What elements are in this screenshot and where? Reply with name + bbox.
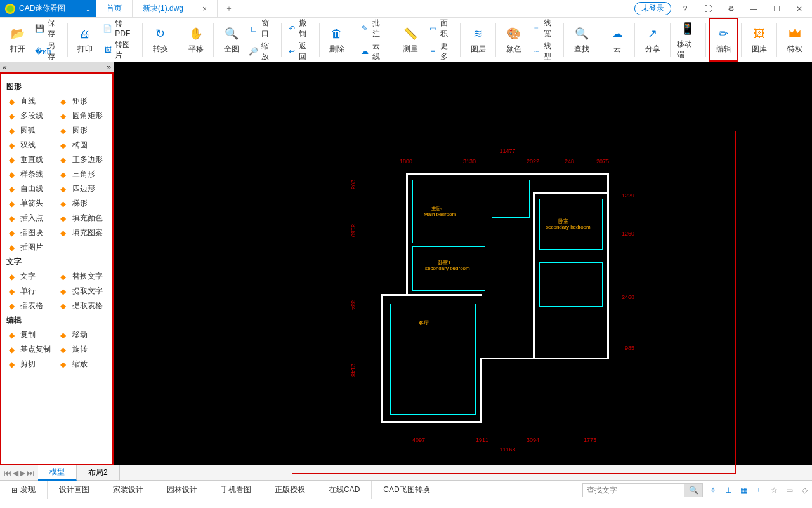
collapse-left-icon[interactable]: « xyxy=(3,63,7,72)
tool-item[interactable]: ◆正多边形 xyxy=(58,154,108,165)
tool-item[interactable]: ◆矩形 xyxy=(58,96,108,107)
tool-item[interactable]: ◆移动 xyxy=(58,330,108,340)
tab-model[interactable]: 模型 xyxy=(38,465,77,481)
color-button[interactable]: 🎨颜色 xyxy=(499,18,528,62)
ortho-icon[interactable]: ⊥ xyxy=(721,483,736,498)
tab-layout2[interactable]: 布局2 xyxy=(77,465,120,481)
tool-item[interactable]: ◆填充颜色 xyxy=(58,213,108,224)
tool-item[interactable] xyxy=(58,242,108,253)
fullscreen-icon[interactable]: ⛶ xyxy=(699,0,717,18)
app-menu[interactable]: CAD迷你看图 ⌄ xyxy=(0,0,96,17)
tool-item[interactable]: ◆直线 xyxy=(6,96,56,107)
login-button[interactable]: 未登录 xyxy=(634,2,671,15)
drawing-canvas[interactable]: 11477 1800 3130 2022 248 2075 主卧 Main be… xyxy=(114,62,812,465)
tab-first-icon[interactable]: ⏮ xyxy=(4,469,11,478)
tool-item[interactable]: ◆插表格 xyxy=(6,300,56,311)
to-pdf-button[interactable]: 📄转PDF xyxy=(103,18,137,38)
snap-icon[interactable]: ✧ xyxy=(705,483,721,498)
zoom-window-button[interactable]: ◻窗口 xyxy=(249,18,276,39)
grid-icon[interactable]: ▦ xyxy=(736,483,751,498)
tab-home[interactable]: 首页 xyxy=(96,0,133,17)
license-button[interactable]: 正版授权 xyxy=(263,481,317,499)
sidebar-header[interactable]: «» xyxy=(0,62,114,72)
print-button[interactable]: 🖨打印 xyxy=(70,18,100,62)
save-as-button[interactable]: �ић另存 xyxy=(35,41,62,62)
full-view-button[interactable]: 🔍全图 xyxy=(216,18,246,62)
tool-item[interactable]: ◆多段线 xyxy=(6,110,56,121)
lineweight-button[interactable]: ≡线宽 xyxy=(531,18,558,39)
cloud-button[interactable]: ☁云 xyxy=(602,18,632,62)
back-button[interactable]: ↩返回 xyxy=(287,41,314,62)
annotate-button[interactable]: ✎批注 xyxy=(360,18,388,39)
collapse-right-icon[interactable]: » xyxy=(107,63,111,72)
tool-item[interactable]: ◆替换文字 xyxy=(58,271,108,282)
search-input[interactable] xyxy=(583,486,684,495)
undo-button[interactable]: ↶撤销 xyxy=(287,18,314,39)
gear-icon[interactable]: ⚙ xyxy=(722,0,740,18)
open-button[interactable]: 📂打开 xyxy=(3,18,32,62)
crosshair-icon[interactable]: ＋ xyxy=(751,483,766,498)
minimize-icon[interactable]: — xyxy=(745,0,763,18)
area-button[interactable]: ▭面积 xyxy=(428,18,455,39)
tab-last-icon[interactable]: ⏭ xyxy=(27,469,34,478)
tab-file[interactable]: 新块(1).dwg × xyxy=(133,0,218,17)
tool-item[interactable]: ◆插图片 xyxy=(6,242,56,253)
tool-item[interactable]: ◆单行 xyxy=(6,286,56,297)
share-button[interactable]: ↗分享 xyxy=(638,18,667,62)
home-design-button[interactable]: 家装设计 xyxy=(102,481,155,499)
garden-button[interactable]: 园林设计 xyxy=(155,481,209,499)
tool-item[interactable]: ◆剪切 xyxy=(6,359,56,370)
tool-item[interactable]: ◆填充图案 xyxy=(58,227,108,238)
tool-item[interactable]: ◆提取文字 xyxy=(58,286,108,297)
tool-item[interactable]: ◆梯形 xyxy=(58,198,108,209)
more-button[interactable]: ≡更多 xyxy=(428,41,455,62)
tool-item[interactable]: ◆提取表格 xyxy=(58,300,108,311)
measure-button[interactable]: 📏测量 xyxy=(395,18,425,62)
delete-button[interactable]: 🗑删除 xyxy=(322,18,352,62)
tool-item[interactable]: ◆单箭头 xyxy=(6,198,56,209)
library-button[interactable]: 🖼图库 xyxy=(744,18,774,62)
save-button[interactable]: 💾保存 xyxy=(35,18,62,39)
tool-item[interactable]: ◆自由线 xyxy=(6,184,56,194)
tool-item[interactable]: ◆基点复制 xyxy=(6,344,56,355)
tab-prev-icon[interactable]: ◀ xyxy=(13,469,18,478)
tool-item[interactable]: ◆垂直线 xyxy=(6,154,56,165)
tool-item[interactable]: ◆旋转 xyxy=(58,344,108,355)
tool-item[interactable]: ◆插图块 xyxy=(6,227,56,238)
tab-add[interactable]: ＋ xyxy=(218,0,240,17)
layer-button[interactable]: ≋图层 xyxy=(463,18,493,62)
linetype-button[interactable]: ┄线型 xyxy=(531,41,558,62)
tool-item[interactable]: ◆双线 xyxy=(6,140,56,150)
vip-button[interactable]: 特权 xyxy=(780,18,809,62)
phone-view-button[interactable]: 手机看图 xyxy=(209,481,263,499)
zoom-button[interactable]: 🔎缩放 xyxy=(249,41,276,62)
close-window-icon[interactable]: ✕ xyxy=(790,0,808,18)
tab-next-icon[interactable]: ▶ xyxy=(20,469,25,478)
design-button[interactable]: 设计画图 xyxy=(48,481,102,499)
tool-item[interactable]: ◆圆弧 xyxy=(6,125,56,136)
tool-item[interactable]: ◆复制 xyxy=(6,330,56,340)
to-img-button[interactable]: 🖼转图片 xyxy=(103,39,137,61)
maximize-icon[interactable]: ☐ xyxy=(768,0,785,18)
tool-item[interactable]: ◆圆角矩形 xyxy=(58,110,108,121)
tool-item[interactable]: ◆缩放 xyxy=(58,359,108,370)
help-icon[interactable]: ? xyxy=(676,0,694,18)
tool-item[interactable]: ◆椭圆 xyxy=(58,140,108,150)
cloudline-button[interactable]: ☁云线 xyxy=(360,41,388,62)
tool-item[interactable]: ◆四边形 xyxy=(58,184,108,194)
fast-convert-button[interactable]: CAD飞图转换 xyxy=(372,481,442,499)
notebook-icon[interactable]: ▭ xyxy=(782,483,797,498)
online-cad-button[interactable]: 在线CAD xyxy=(317,481,372,499)
close-icon[interactable]: × xyxy=(202,4,207,13)
tool-item[interactable]: ◆三角形 xyxy=(58,169,108,180)
search-go-button[interactable]: 🔍 xyxy=(684,484,702,497)
tool-item[interactable]: ◆圆形 xyxy=(58,125,108,136)
pan-button[interactable]: ✋平移 xyxy=(181,18,211,62)
star-icon[interactable]: ☆ xyxy=(766,483,782,498)
tool-item[interactable]: ◆文字 xyxy=(6,271,56,282)
discover-button[interactable]: ⊞发现 xyxy=(0,481,48,499)
tag-icon[interactable]: ◇ xyxy=(797,483,812,498)
find-button[interactable]: 🔍查找 xyxy=(566,18,596,62)
tool-item[interactable]: ◆插入点 xyxy=(6,213,56,224)
tool-item[interactable]: ◆样条线 xyxy=(6,169,56,180)
